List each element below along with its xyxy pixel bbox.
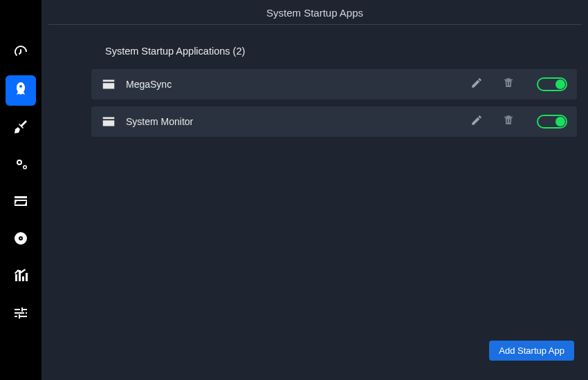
startup-app-name: MegaSync xyxy=(126,79,454,90)
sidebar-item-processes[interactable] xyxy=(6,187,36,218)
sidebar xyxy=(0,0,42,380)
sidebar-item-dashboard[interactable] xyxy=(6,38,36,68)
page-title: System Startup Apps xyxy=(48,0,581,25)
toggle-knob xyxy=(555,79,565,89)
trash-icon xyxy=(502,114,515,129)
disk-icon xyxy=(12,230,29,249)
delete-button[interactable] xyxy=(499,75,517,93)
application-icon xyxy=(101,77,116,92)
toggle-knob xyxy=(555,117,565,126)
chart-icon xyxy=(12,267,29,287)
window-icon xyxy=(12,193,29,212)
trash-icon xyxy=(502,77,515,92)
gauge-icon xyxy=(12,44,29,63)
application-icon xyxy=(101,114,116,129)
main-content: System Startup Apps System Startup Appli… xyxy=(42,0,588,380)
rocket-icon xyxy=(12,81,29,100)
sliders-icon xyxy=(12,305,29,324)
sidebar-item-startup[interactable] xyxy=(6,75,36,106)
sidebar-item-packages[interactable] xyxy=(6,225,36,255)
broom-icon xyxy=(12,118,29,137)
sidebar-item-resources[interactable] xyxy=(6,262,36,292)
sidebar-item-settings[interactable] xyxy=(6,299,36,330)
sidebar-item-cleaner[interactable] xyxy=(6,113,36,143)
pencil-icon xyxy=(470,77,483,92)
pencil-icon xyxy=(470,114,483,129)
edit-button[interactable] xyxy=(468,75,486,93)
edit-button[interactable] xyxy=(468,113,486,131)
sidebar-item-services[interactable] xyxy=(6,150,36,180)
startup-app-list: MegaSync System Monitor xyxy=(48,69,581,137)
startup-app-row: System Monitor xyxy=(91,106,577,137)
startup-app-name: System Monitor xyxy=(126,116,454,127)
section-title: System Startup Applications (2) xyxy=(105,46,581,57)
delete-button[interactable] xyxy=(499,113,517,131)
enable-toggle[interactable] xyxy=(537,115,567,129)
add-startup-app-button[interactable]: Add Startup App xyxy=(489,341,574,361)
startup-app-row: MegaSync xyxy=(91,69,577,99)
enable-toggle[interactable] xyxy=(537,77,567,91)
gears-icon xyxy=(12,155,29,175)
